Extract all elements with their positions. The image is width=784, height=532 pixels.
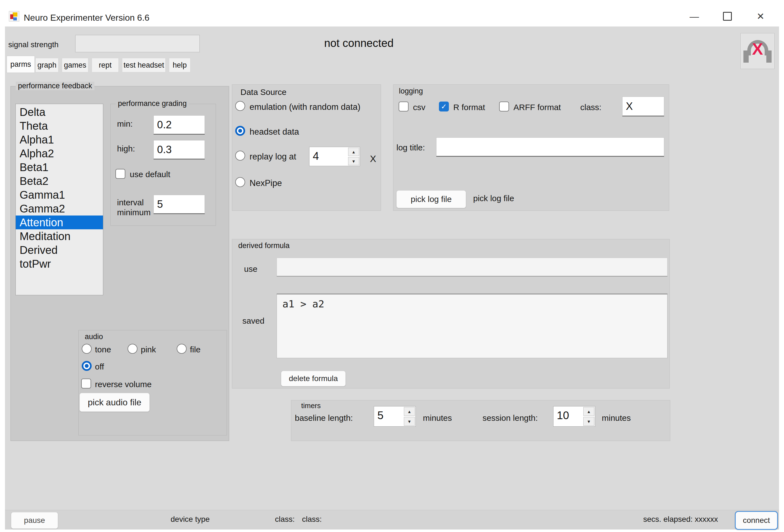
- replay-speed-value: 4: [309, 147, 347, 166]
- pick-log-file-button-label: pick log file: [411, 195, 452, 204]
- maximize-button[interactable]: [712, 8, 743, 25]
- tab-test-headset-label: test headset: [123, 61, 164, 69]
- tab-rept-label: rept: [99, 61, 112, 69]
- emulation-label[interactable]: emulation (with random data): [250, 102, 360, 112]
- file-radio[interactable]: [177, 344, 187, 354]
- interval-minimum-field[interactable]: [153, 195, 205, 214]
- tab-test-headset[interactable]: test headset: [122, 58, 166, 72]
- min-field[interactable]: [153, 115, 205, 135]
- tone-label[interactable]: tone: [95, 345, 111, 354]
- list-item-alpha1[interactable]: Alpha1: [16, 133, 103, 147]
- replay-log-radio[interactable]: [235, 151, 245, 160]
- tab-parms-label: parms: [10, 60, 31, 69]
- delete-formula-button[interactable]: delete formula: [281, 371, 346, 386]
- performance-feedback-title: performance feedback: [16, 82, 94, 90]
- emulation-radio[interactable]: [235, 101, 245, 111]
- off-radio[interactable]: [82, 361, 92, 371]
- session-up-button[interactable]: ▲: [583, 407, 594, 416]
- tab-games[interactable]: games: [62, 58, 88, 72]
- pick-log-file-caption: pick log file: [473, 194, 514, 203]
- min-label: min:: [117, 119, 133, 128]
- tab-rept[interactable]: rept: [92, 58, 119, 72]
- headset-status-button[interactable]: X: [740, 33, 775, 69]
- pink-radio[interactable]: [128, 344, 138, 354]
- arff-format-checkbox[interactable]: [499, 101, 509, 112]
- log-title-field[interactable]: [436, 138, 664, 157]
- replay-speed-up-button[interactable]: ▲: [348, 148, 359, 156]
- signal-strength-label: signal strength: [8, 40, 58, 49]
- r-format-checkbox[interactable]: ✓: [439, 101, 449, 112]
- baseline-length-spinner[interactable]: 5 ▲ ▼: [374, 406, 416, 426]
- maximize-icon: [723, 12, 732, 21]
- list-item-beta2[interactable]: Beta2: [16, 174, 103, 188]
- list-item-beta1[interactable]: Beta1: [16, 160, 103, 174]
- pause-button[interactable]: pause: [11, 512, 58, 529]
- replay-speed-spinner[interactable]: 4 ▲ ▼: [309, 147, 360, 166]
- list-item-gamma1[interactable]: Gamma1: [16, 188, 103, 202]
- headset-data-label[interactable]: headset data: [250, 127, 299, 137]
- checkmark-icon: ✓: [441, 102, 447, 111]
- file-label[interactable]: file: [190, 345, 200, 354]
- session-length-value: 10: [554, 407, 583, 426]
- reverse-volume-label: reverse volume: [95, 380, 151, 389]
- signal-strength-field[interactable]: [75, 35, 200, 53]
- tab-parms[interactable]: parms: [7, 56, 35, 73]
- baseline-up-button[interactable]: ▲: [404, 407, 415, 416]
- list-item-alpha2[interactable]: Alpha2: [16, 147, 103, 160]
- r-format-label: R format: [453, 102, 485, 112]
- list-item-meditation[interactable]: Meditation: [16, 229, 103, 243]
- close-button[interactable]: ✕: [745, 8, 776, 25]
- reverse-volume-checkbox[interactable]: [81, 379, 91, 388]
- spinner-up-icon: ▲: [587, 409, 591, 414]
- spinner-up-icon: ▲: [408, 409, 412, 414]
- list-item-attention[interactable]: Attention: [16, 215, 103, 229]
- session-minutes-label: minutes: [602, 413, 631, 423]
- headset-data-radio[interactable]: [235, 126, 245, 136]
- class-field[interactable]: [622, 96, 664, 116]
- pause-button-label: pause: [24, 516, 45, 525]
- tab-help-label: help: [172, 61, 187, 69]
- spinner-down-icon: ▼: [352, 159, 356, 164]
- replay-speed-down-button[interactable]: ▼: [348, 157, 359, 165]
- tone-radio[interactable]: [82, 344, 92, 354]
- pick-log-file-button[interactable]: pick log file: [396, 190, 466, 208]
- pick-audio-file-label: pick audio file: [88, 397, 141, 408]
- list-item-theta[interactable]: Theta: [16, 119, 103, 133]
- list-item-totpwr[interactable]: totPwr: [16, 257, 103, 271]
- session-length-spinner[interactable]: 10 ▲ ▼: [553, 406, 595, 426]
- list-item-derived[interactable]: Derived: [16, 243, 103, 257]
- app-icon-red-square: [10, 14, 13, 19]
- baseline-length-label: baseline length:: [295, 413, 353, 423]
- delete-formula-label: delete formula: [289, 374, 338, 383]
- csv-checkbox[interactable]: [399, 101, 409, 112]
- saved-formula-item[interactable]: a1 > a2: [277, 294, 667, 309]
- nexpipe-radio[interactable]: [235, 177, 245, 187]
- high-field[interactable]: [153, 140, 205, 159]
- tab-graph[interactable]: graph: [35, 58, 58, 72]
- app-icon-yellow-square: [13, 12, 18, 17]
- off-label[interactable]: off: [95, 362, 104, 372]
- interval-minimum-label: interval minimum: [117, 198, 153, 217]
- use-formula-field[interactable]: [277, 258, 668, 276]
- list-item-delta[interactable]: Delta: [16, 105, 103, 119]
- baseline-down-button[interactable]: ▼: [404, 417, 415, 426]
- nexpipe-label[interactable]: NexPipe: [250, 178, 282, 188]
- minimize-button[interactable]: —: [679, 8, 709, 25]
- use-default-checkbox[interactable]: [115, 169, 125, 179]
- replay-log-label[interactable]: replay log at: [250, 152, 296, 162]
- baseline-length-value: 5: [374, 407, 403, 426]
- use-label: use: [244, 264, 257, 274]
- tab-help[interactable]: help: [169, 58, 191, 72]
- tab-graph-label: graph: [37, 61, 56, 69]
- feedback-parameter-list[interactable]: Delta Theta Alpha1 Alpha2 Beta1 Beta2 Ga…: [16, 104, 103, 295]
- saved-formulas-list[interactable]: a1 > a2: [277, 294, 668, 358]
- baseline-minutes-label: minutes: [423, 413, 452, 423]
- session-down-button[interactable]: ▼: [583, 417, 594, 426]
- pick-audio-file-button[interactable]: pick audio file: [80, 393, 150, 412]
- pink-label[interactable]: pink: [141, 345, 156, 354]
- arff-format-label: ARFF format: [513, 102, 561, 112]
- performance-grading-title: performance grading: [116, 99, 189, 108]
- list-item-gamma2[interactable]: Gamma2: [16, 202, 103, 215]
- close-icon: ✕: [757, 11, 765, 22]
- connect-button[interactable]: connect: [735, 511, 778, 530]
